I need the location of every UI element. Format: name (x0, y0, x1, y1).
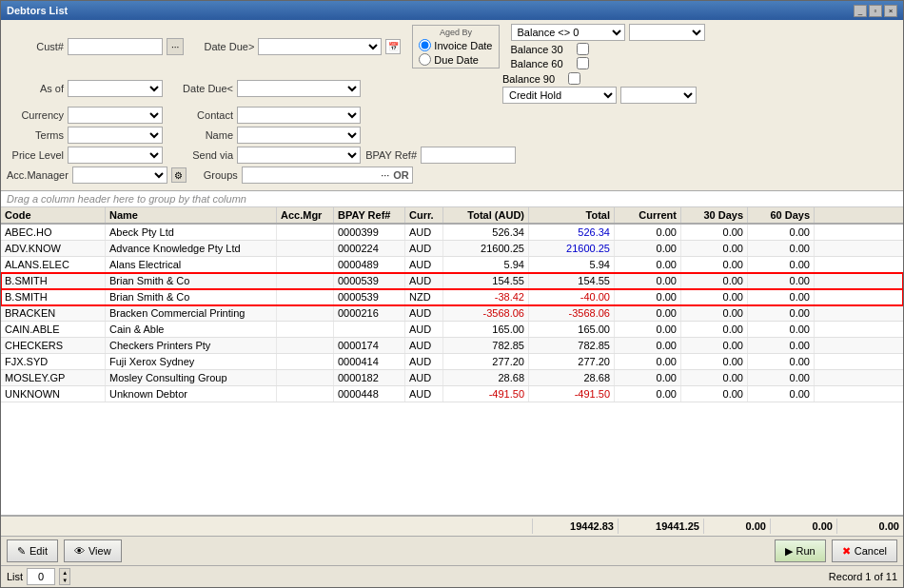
aged-by-box: Aged By Invoice Date Due Date (412, 25, 499, 69)
table-row[interactable]: B.SMITH Brian Smith & Co 0000539 NZD -38… (1, 289, 903, 305)
cell-curr: NZD (405, 289, 443, 304)
col-header-total[interactable]: Total (529, 207, 615, 223)
bpay-ref-label: BPAY Ref# (364, 149, 417, 161)
invoice-date-radio[interactable] (419, 39, 431, 51)
bpay-ref-input[interactable] (421, 147, 516, 164)
list-input[interactable] (27, 568, 55, 585)
drag-hint: Drag a column header here to group by th… (1, 191, 903, 207)
col-header-accmgr[interactable]: Acc.Mgr (277, 207, 334, 223)
col-header-60days[interactable]: 60 Days (748, 207, 815, 223)
groups-input[interactable]: ··· OR (242, 167, 413, 184)
balance-filter-select2[interactable] (629, 24, 705, 41)
run-button[interactable]: ▶ Run (775, 539, 826, 562)
balance-90-checkbox[interactable] (568, 72, 580, 85)
cell-code: ADV.KNOW (1, 241, 106, 256)
name-select[interactable] (237, 127, 361, 144)
col-header-current[interactable]: Current (615, 207, 681, 223)
spin-up[interactable]: ▲ (60, 569, 69, 577)
cancel-label: Cancel (855, 545, 887, 557)
edit-button[interactable]: ✎ Edit (7, 539, 58, 562)
cell-60days: 0.00 (748, 273, 815, 288)
filter-row-3: Currency Contact (7, 107, 897, 124)
filter-area: Cust# ··· Date Due> 📅 Aged By Invoice Da… (1, 20, 903, 191)
cell-total: -491.50 (529, 386, 615, 402)
restore-button[interactable]: ▫ (869, 5, 882, 17)
bottom-bar: ✎ Edit 👁 View ▶ Run ✖ Cancel (1, 536, 903, 565)
cell-bpay: 0000182 (334, 370, 405, 385)
cell-total: -40.00 (529, 289, 615, 304)
cell-total-aud: -3568.06 (443, 305, 529, 321)
table-row[interactable]: MOSLEY.GP Mosley Consulting Group 000018… (1, 370, 903, 386)
cell-name: Bracken Commercial Printing (106, 305, 277, 321)
col-header-bpay[interactable]: BPAY Ref# (334, 207, 405, 223)
table-row[interactable]: ALANS.ELEC Alans Electrical 0000489 AUD … (1, 257, 903, 273)
table-row[interactable]: ABEC.HO Abeck Pty Ltd 0000399 AUD 526.34… (1, 225, 903, 241)
contact-select[interactable] (237, 107, 361, 124)
terms-select[interactable] (68, 127, 163, 144)
calendar-button-1[interactable]: 📅 (385, 39, 401, 54)
cancel-button[interactable]: ✖ Cancel (832, 539, 897, 562)
table-row[interactable]: FJX.SYD Fuji Xerox Sydney 0000414 AUD 27… (1, 354, 903, 370)
cell-current: 0.00 (615, 370, 681, 385)
cell-name: Mosley Consulting Group (106, 370, 277, 385)
credit-hold-select[interactable]: Credit Hold (502, 87, 617, 104)
table-row[interactable]: UNKNOWN Unknown Debtor 0000448 AUD -491.… (1, 386, 903, 402)
spin-down[interactable]: ▼ (60, 577, 69, 584)
col-header-name[interactable]: Name (106, 207, 277, 223)
as-of-label: As of (7, 83, 64, 94)
totals-spacer (1, 519, 532, 534)
balance-30-checkbox[interactable] (577, 43, 589, 55)
cell-accmgr (277, 322, 334, 337)
cell-name: Brian Smith & Co (106, 289, 277, 304)
as-of-select[interactable] (68, 80, 163, 97)
gear-button[interactable]: ⚙ (171, 167, 187, 183)
cell-name: Abeck Pty Ltd (106, 225, 277, 240)
date-due-gt-select[interactable] (258, 38, 382, 55)
credit-hold-select2[interactable] (620, 87, 697, 104)
currency-label: Currency (7, 109, 64, 121)
date-due-lt-select[interactable] (237, 80, 361, 97)
table-row[interactable]: B.SMITH Brian Smith & Co 0000539 AUD 154… (1, 273, 903, 289)
currency-select[interactable] (68, 107, 163, 124)
send-via-select[interactable] (237, 147, 361, 164)
balance-filter-select[interactable]: Balance <> 0 (511, 24, 625, 41)
acc-manager-label: Acc.Manager (7, 169, 69, 181)
cell-total: 165.00 (529, 322, 615, 337)
balance-90-label: Balance 90 (502, 73, 564, 85)
table-row[interactable]: CAIN.ABLE Cain & Able AUD 165.00 165.00 … (1, 322, 903, 338)
cell-accmgr (277, 225, 334, 240)
view-button[interactable]: 👁 View (64, 539, 122, 562)
cell-curr: AUD (405, 370, 443, 385)
cell-30days: 0.00 (681, 257, 748, 272)
due-date-radio-row: Due Date (419, 53, 492, 66)
due-date-radio[interactable] (419, 53, 431, 66)
col-header-curr[interactable]: Curr. (405, 207, 443, 223)
acc-manager-select[interactable] (72, 167, 167, 184)
send-via-label: Send via (167, 149, 233, 161)
minimize-button[interactable]: _ (854, 5, 867, 17)
spin-button[interactable]: ▲ ▼ (59, 568, 70, 585)
col-header-code[interactable]: Code (1, 207, 106, 223)
cust-input[interactable] (68, 38, 163, 55)
col-header-30days[interactable]: 30 Days (681, 207, 748, 223)
cell-accmgr (277, 289, 334, 304)
cell-total-aud: 21600.25 (443, 241, 529, 256)
balance-60-checkbox[interactable] (577, 57, 589, 69)
balance-section: Balance <> 0 Balance 30 Balance 60 (511, 24, 705, 69)
cell-bpay: 0000174 (334, 338, 405, 353)
cell-curr: AUD (405, 322, 443, 337)
cell-name: Cain & Able (106, 322, 277, 337)
cell-bpay: 0000216 (334, 305, 405, 321)
close-button[interactable]: × (884, 5, 897, 17)
cell-30days: 0.00 (681, 354, 748, 369)
table-row[interactable]: CHECKERS Checkers Printers Pty 0000174 A… (1, 338, 903, 354)
price-level-select[interactable] (68, 147, 163, 164)
table-row[interactable]: ADV.KNOW Advance Knowledge Pty Ltd 00002… (1, 241, 903, 257)
table-row[interactable]: BRACKEN Bracken Commercial Printing 0000… (1, 305, 903, 322)
cell-code: CAIN.ABLE (1, 322, 106, 337)
record-label: Record 1 of 11 (829, 571, 897, 582)
col-header-total-aud[interactable]: Total (AUD) (443, 207, 529, 223)
balance-90-row: Balance 90 (502, 72, 697, 85)
cell-name: Alans Electrical (106, 257, 277, 272)
cust-dots-button[interactable]: ··· (167, 38, 184, 55)
